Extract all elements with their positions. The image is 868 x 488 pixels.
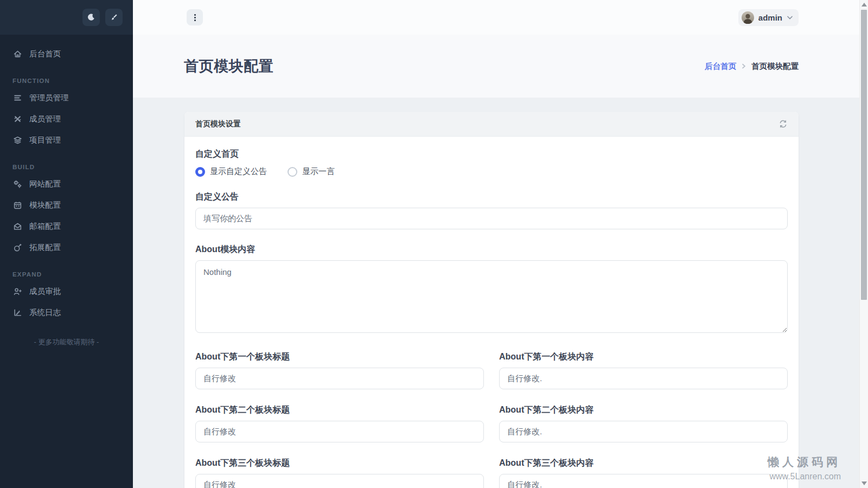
scrollbar-thumb[interactable]	[861, 10, 867, 300]
brush-icon	[110, 13, 118, 22]
radio-unselected-icon[interactable]	[288, 167, 297, 177]
breadcrumb-chevron-icon	[741, 63, 746, 69]
members-icon	[12, 114, 22, 124]
page-title: 首页模块配置	[184, 56, 273, 76]
sidebar-section-function: FUNCTION	[12, 78, 133, 84]
refresh-icon[interactable]	[778, 119, 788, 129]
admin-list-icon	[12, 93, 22, 103]
sidebar-item-system-log[interactable]: 系统日志	[0, 302, 133, 323]
card-body: 自定义首页 显示自定义公告 显示一言 自定义公告	[184, 137, 799, 488]
mail-config-icon	[12, 222, 22, 232]
sidebar-item-label: 网站配置	[29, 179, 61, 189]
topbar: admin	[133, 0, 868, 35]
user-menu[interactable]: admin	[738, 9, 799, 26]
about-block3-content-field: About下第三个板块内容	[499, 458, 788, 488]
radio-selected-icon[interactable]	[195, 167, 205, 177]
sidebar-item-label: 成员审批	[29, 286, 61, 297]
field-label: About下第三个板块内容	[499, 458, 788, 469]
site-config-icon	[12, 179, 22, 189]
card-title: 首页模块设置	[195, 119, 241, 129]
announcement-group: 自定义公告	[195, 191, 788, 229]
field-label: About下第一个板块内容	[499, 351, 788, 363]
about-block2-title-input[interactable]	[195, 421, 484, 442]
member-approval-icon	[12, 287, 22, 297]
sidebar-item-admin-management[interactable]: 管理员管理	[0, 87, 133, 108]
field-label: About下第三个板块标题	[195, 458, 484, 469]
dark-mode-button[interactable]	[82, 9, 100, 26]
kebab-menu-icon	[194, 14, 196, 21]
card-header: 首页模块设置	[184, 112, 799, 137]
custom-home-group: 自定义首页 显示自定义公告 显示一言	[195, 149, 788, 177]
about-blocks-grid: About下第一个板块标题 About下第一个板块内容 About下第二个板块标…	[195, 351, 788, 488]
announcement-input[interactable]	[195, 208, 788, 229]
page-header: 首页模块配置 后台首页 首页模块配置	[133, 35, 868, 98]
sidebar-header	[0, 0, 133, 35]
about-block1-content-input[interactable]	[499, 368, 788, 389]
about-block3-title-input[interactable]	[195, 474, 484, 488]
sidebar: 后台首页 FUNCTION 管理员管理 成员管理	[0, 0, 133, 488]
about-block2-title-field: About下第二个板块标题	[195, 404, 484, 442]
sidebar-item-label: 模块配置	[29, 200, 61, 210]
sidebar-item-label: 后台首页	[29, 49, 61, 59]
radio-option-label: 显示自定义公告	[210, 166, 267, 177]
about-block2-content-field: About下第二个板块内容	[499, 404, 788, 442]
radio-option-label: 显示一言	[302, 166, 335, 177]
sidebar-item-label: 成员管理	[29, 114, 61, 124]
content-area: 首页模块设置 自定义首页 显示自定义公告	[133, 98, 868, 488]
sidebar-item-label: 项目管理	[29, 135, 61, 145]
settings-card: 首页模块设置 自定义首页 显示自定义公告	[184, 112, 799, 488]
radio-option-announcement[interactable]: 显示自定义公告	[195, 166, 267, 177]
theme-color-button[interactable]	[105, 9, 123, 26]
kebab-menu-button[interactable]	[187, 9, 203, 25]
field-label: About下第二个板块内容	[499, 404, 788, 416]
scrollbar-up-arrow-icon[interactable]	[861, 3, 867, 7]
home-icon	[12, 49, 22, 59]
custom-home-radio-group: 显示自定义公告 显示一言	[195, 166, 788, 177]
about-block1-title-field: About下第一个板块标题	[195, 351, 484, 389]
sidebar-item-member-management[interactable]: 成员管理	[0, 108, 133, 130]
announcement-label: 自定义公告	[195, 191, 788, 203]
user-name: admin	[758, 13, 782, 22]
sidebar-item-label: 管理员管理	[29, 93, 69, 103]
about-block3-content-input[interactable]	[499, 474, 788, 488]
sidebar-item-site-config[interactable]: 网站配置	[0, 174, 133, 195]
about-content-label: About模块内容	[195, 244, 788, 255]
sidebar-item-label: 邮箱配置	[29, 221, 61, 232]
field-label: About下第一个板块标题	[195, 351, 484, 363]
sidebar-footer-note: - 更多功能敬请期待 -	[0, 337, 133, 347]
field-label: About下第二个板块标题	[195, 404, 484, 416]
breadcrumb-current: 首页模块配置	[751, 61, 799, 72]
about-block1-title-input[interactable]	[195, 368, 484, 389]
about-content-textarea[interactable]: Nothing	[195, 260, 788, 333]
custom-home-label: 自定义首页	[195, 149, 788, 160]
moon-icon	[87, 13, 95, 22]
system-log-icon	[12, 308, 22, 318]
about-block1-content-field: About下第一个板块内容	[499, 351, 788, 389]
sidebar-nav: 后台首页 FUNCTION 管理员管理 成员管理	[0, 35, 133, 347]
sidebar-item-module-config[interactable]: 模块配置	[0, 195, 133, 216]
sidebar-section-expand: EXPAND	[12, 271, 133, 278]
radio-option-hitokoto[interactable]: 显示一言	[288, 166, 335, 177]
about-block3-title-field: About下第三个板块标题	[195, 458, 484, 488]
sidebar-item-project-management[interactable]: 项目管理	[0, 130, 133, 151]
sidebar-item-expand-config[interactable]: 拓展配置	[0, 237, 133, 258]
sidebar-item-dashboard[interactable]: 后台首页	[0, 43, 133, 65]
vertical-scrollbar[interactable]	[859, 0, 868, 488]
about-block2-content-input[interactable]	[499, 421, 788, 442]
sidebar-item-label: 拓展配置	[29, 242, 61, 253]
sidebar-item-mail-config[interactable]: 邮箱配置	[0, 216, 133, 237]
breadcrumb-home-link[interactable]: 后台首页	[705, 61, 736, 72]
projects-layers-icon	[12, 136, 22, 145]
main-area: admin 首页模块配置 后台首页 首页模块配置 首页模块设置	[133, 0, 868, 488]
breadcrumb: 后台首页 首页模块配置	[705, 61, 799, 72]
module-config-icon	[12, 201, 22, 210]
sidebar-section-build: BUILD	[12, 164, 133, 170]
expand-config-icon	[12, 243, 22, 253]
about-content-group: About模块内容 Nothing	[195, 244, 788, 335]
avatar	[742, 11, 754, 24]
sidebar-item-label: 系统日志	[29, 307, 61, 318]
scrollbar-down-arrow-icon[interactable]	[861, 481, 867, 485]
chevron-down-icon	[787, 15, 793, 20]
sidebar-item-member-approval[interactable]: 成员审批	[0, 281, 133, 302]
